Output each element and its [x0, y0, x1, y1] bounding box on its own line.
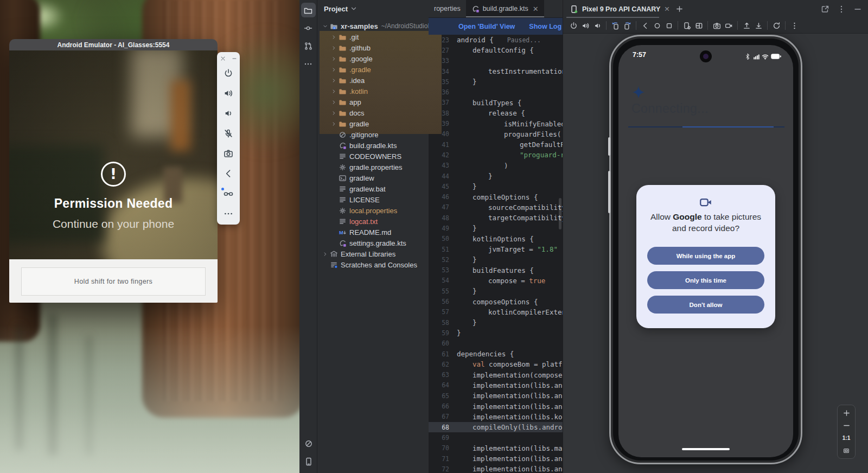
emulator-glasses-button[interactable] — [224, 189, 233, 199]
banner-action-show-log-in-finder[interactable]: Show Log in Finder — [529, 23, 563, 30]
emulator-close-button[interactable] — [220, 55, 226, 62]
reset-button[interactable] — [770, 22, 782, 30]
editor-tab-build-gradle-kts[interactable]: build.gradle.kts✕ — [466, 0, 544, 17]
front-camera — [700, 50, 712, 62]
overview-button[interactable] — [663, 22, 675, 30]
tree-item--git[interactable]: .git — [317, 31, 429, 42]
status-icons — [744, 51, 781, 62]
tree-item-app[interactable]: app — [317, 97, 429, 107]
emulator-power-button[interactable] — [224, 68, 233, 78]
tree-item-settings-gradle-kts[interactable]: settings.gradle.kts — [317, 238, 429, 248]
tree-item--google[interactable]: .google — [317, 53, 429, 64]
stripe-button-logcat[interactable] — [301, 436, 316, 451]
stripe-button-more-horizontal[interactable] — [301, 56, 316, 71]
home-indicator[interactable] — [682, 448, 730, 450]
upload-button[interactable] — [741, 22, 752, 30]
perm-button-only-this-time[interactable]: Only this time — [647, 271, 764, 289]
emulator-volume-down-button[interactable] — [224, 108, 233, 118]
tree-item-local-properties[interactable]: local.properties — [317, 205, 429, 216]
project-panel-header[interactable]: Project — [317, 0, 429, 17]
zoom-1-1-button[interactable]: 1:1 — [838, 432, 855, 444]
emulator-back-button[interactable] — [224, 169, 233, 178]
close-icon[interactable]: ✕ — [664, 5, 669, 13]
device-settings-button[interactable] — [681, 22, 693, 30]
glasses-icon — [224, 189, 233, 199]
zoom-fit-button[interactable] — [838, 444, 855, 457]
perm-button-don-t-allow[interactable]: Don't allow — [647, 296, 764, 314]
phone-screen[interactable]: 7:57 Connecting... — [618, 45, 793, 457]
tree-item-gradle-properties[interactable]: gradle.properties — [317, 162, 429, 172]
volume-up-button[interactable] — [579, 22, 591, 30]
tree-item-docs[interactable]: docs — [317, 107, 429, 118]
tree-item--kotlin[interactable]: .kotlin — [317, 86, 429, 97]
rotate-right-button[interactable] — [621, 22, 633, 30]
chevron-right-icon[interactable] — [329, 67, 338, 73]
tree-item-gradlew[interactable]: gradlew — [317, 172, 429, 183]
code-area[interactable]: 23android {Paused...27defaultConfig {333… — [429, 35, 563, 473]
chevron-right-icon[interactable] — [329, 121, 338, 127]
rotate-left-button[interactable] — [609, 22, 621, 30]
display-mode-button[interactable] — [693, 22, 705, 30]
chevron-right-icon[interactable] — [329, 34, 338, 40]
tree-item-external-libraries[interactable]: External Libraries — [317, 248, 429, 259]
hide-button[interactable] — [853, 5, 862, 14]
banner-action-open-build-view[interactable]: Open 'Build' View — [458, 23, 515, 30]
chevron-right-icon[interactable] — [329, 56, 338, 62]
camera-button[interactable] — [711, 22, 723, 30]
open-in-window-button[interactable] — [821, 5, 829, 14]
editor-scrollbar[interactable] — [559, 198, 561, 229]
emulator-screen[interactable]: ! Permission Needed Continue on your pho… — [9, 50, 218, 259]
perm-button-while-using-the-app[interactable]: While using the app — [647, 247, 764, 265]
add-device-button[interactable] — [675, 5, 684, 13]
emulator-volume-up-button[interactable] — [224, 88, 233, 98]
tree-item-license[interactable]: LICENSE — [317, 194, 429, 205]
tree-item-logcat-txt[interactable]: logcat.txt — [317, 216, 429, 227]
more-vertical-button[interactable] — [837, 5, 846, 14]
chevron-down-icon[interactable] — [321, 23, 329, 29]
zoom-out-button[interactable] — [838, 419, 855, 432]
line-number: 55 — [429, 287, 457, 295]
stripe-button-device-manager[interactable] — [301, 454, 316, 469]
line-number: 53 — [429, 266, 457, 274]
tree-item-gradlew-bat[interactable]: gradlew.bat — [317, 183, 429, 194]
volume-down-button[interactable] — [591, 22, 603, 30]
stripe-button-pull-requests[interactable] — [301, 39, 316, 53]
power-button[interactable] — [567, 22, 579, 30]
tree-item-label: CODEOWNERS — [349, 152, 401, 161]
chevron-right-icon[interactable] — [329, 88, 338, 94]
download-button[interactable] — [752, 22, 764, 30]
chevron-right-icon[interactable] — [329, 45, 338, 51]
tree-item-readme-md[interactable]: MREADME.md — [317, 227, 429, 238]
close-tab-icon[interactable]: ✕ — [533, 5, 539, 13]
tree-item--gradle[interactable]: .gradle — [317, 64, 429, 75]
back-button[interactable] — [639, 22, 651, 30]
chevron-right-icon[interactable] — [329, 110, 338, 116]
emulator-camera-button[interactable] — [224, 149, 233, 158]
tree-item-xr-samples[interactable]: xr-samples~/AndroidStudioProje — [317, 21, 429, 31]
emulator-title-bar[interactable]: Android Emulator - AI_Glasses:5554 — [9, 39, 218, 50]
home-button[interactable] — [651, 22, 663, 30]
tree-item-build-gradle-kts[interactable]: build.gradle.kts — [317, 140, 429, 151]
tree-item-gradle[interactable]: gradle — [317, 118, 429, 129]
stripe-button-commit[interactable] — [301, 21, 316, 35]
emulator-mic-off-button[interactable] — [224, 129, 233, 138]
tree-item-codeowners[interactable]: CODEOWNERS — [317, 151, 429, 162]
tree-item--github[interactable]: .github — [317, 42, 429, 53]
chevron-right-icon[interactable] — [321, 251, 329, 257]
tree-item-scratches-and-consoles[interactable]: Scratches and Consoles — [317, 259, 429, 270]
device-tab[interactable]: Pixel 9 Pro API CANARY ✕ — [563, 0, 674, 18]
emulator-more-horizontal-button[interactable] — [224, 209, 233, 219]
more-vertical-button[interactable] — [788, 22, 800, 30]
file-icon — [338, 196, 347, 204]
editor-tab-roperties[interactable]: roperties — [429, 0, 466, 17]
gradle-icon — [338, 239, 347, 247]
chevron-right-icon[interactable] — [329, 78, 338, 84]
screen-record-button[interactable] — [723, 22, 735, 30]
zoom-in-button[interactable] — [838, 407, 855, 419]
emulator-minimize-button[interactable] — [231, 55, 238, 62]
code-editor[interactable]: ropertiesbuild.gradle.kts✕ Open 'Build' … — [429, 0, 563, 473]
chevron-right-icon[interactable] — [329, 99, 338, 105]
stripe-button-project[interactable] — [301, 3, 316, 17]
tree-item--idea[interactable]: .idea — [317, 75, 429, 86]
tree-item--gitignore[interactable]: .gitignore — [317, 129, 429, 140]
